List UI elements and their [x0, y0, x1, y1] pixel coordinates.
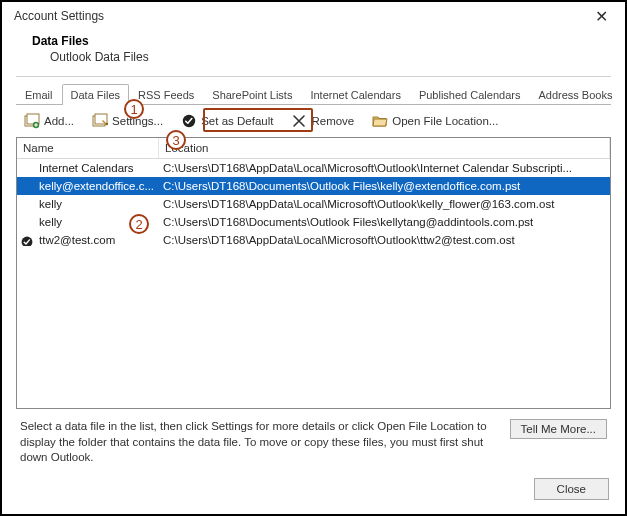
tab-email[interactable]: Email: [16, 84, 62, 105]
header: Data Files Outlook Data Files: [2, 30, 625, 76]
table-row[interactable]: Internet Calendars C:\Users\DT168\AppDat…: [17, 159, 610, 177]
tab-rss-feeds[interactable]: RSS Feeds: [129, 84, 203, 105]
cell-location: C:\Users\DT168\AppData\Local\Microsoft\O…: [159, 198, 610, 210]
default-check-icon: [20, 235, 34, 246]
cell-location: C:\Users\DT168\Documents\Outlook Files\k…: [159, 180, 610, 192]
cell-location: C:\Users\DT168\AppData\Local\Microsoft\O…: [159, 162, 610, 174]
open-location-button[interactable]: Open File Location...: [368, 111, 502, 131]
toolbar: Add... Settings... Set as Default Rem: [16, 105, 611, 137]
tell-me-more-button[interactable]: Tell Me More...: [510, 419, 607, 439]
data-files-table: Name Location Internet Calendars C:\User…: [16, 137, 611, 409]
set-default-button[interactable]: Set as Default: [177, 111, 277, 131]
settings-label: Settings...: [112, 115, 163, 127]
close-icon[interactable]: ✕: [585, 7, 617, 26]
open-location-label: Open File Location...: [392, 115, 498, 127]
table-row[interactable]: kelly C:\Users\DT168\AppData\Local\Micro…: [17, 195, 610, 213]
tab-sharepoint-lists[interactable]: SharePoint Lists: [203, 84, 301, 105]
close-button[interactable]: Close: [534, 478, 609, 500]
cell-name: ttw2@test.com: [17, 234, 159, 246]
cell-name: kelly: [17, 198, 159, 210]
table-header: Name Location: [17, 138, 610, 159]
tab-address-books[interactable]: Address Books: [529, 84, 621, 105]
cell-name: kelly@extendoffice.c...: [17, 180, 159, 192]
cell-location: C:\Users\DT168\Documents\Outlook Files\k…: [159, 216, 610, 228]
col-location[interactable]: Location: [159, 138, 610, 158]
check-circle-icon: [181, 113, 197, 129]
table-row[interactable]: kelly@extendoffice.c... C:\Users\DT168\D…: [17, 177, 610, 195]
tab-published-calendars[interactable]: Published Calendars: [410, 84, 530, 105]
add-icon: [24, 113, 40, 129]
tab-data-files[interactable]: Data Files: [62, 84, 130, 105]
info-text: Select a data file in the list, then cli…: [20, 419, 500, 466]
settings-button[interactable]: Settings...: [88, 111, 167, 131]
table-row[interactable]: kelly C:\Users\DT168\Documents\Outlook F…: [17, 213, 610, 231]
titlebar: Account Settings ✕: [2, 2, 625, 30]
remove-icon: [291, 113, 307, 129]
settings-icon: [92, 113, 108, 129]
tab-bar: Email Data Files RSS Feeds SharePoint Li…: [16, 81, 611, 105]
folder-open-icon: [372, 113, 388, 129]
page-subtitle: Outlook Data Files: [50, 50, 605, 64]
window-title: Account Settings: [14, 9, 104, 23]
cell-location: C:\Users\DT168\AppData\Local\Microsoft\O…: [159, 234, 610, 246]
footer: Close: [2, 466, 625, 514]
cell-name: Internet Calendars: [17, 162, 159, 174]
account-settings-window: Account Settings ✕ Data Files Outlook Da…: [0, 0, 627, 516]
set-default-label: Set as Default: [201, 115, 273, 127]
col-name[interactable]: Name: [17, 138, 159, 158]
tab-internet-calendars[interactable]: Internet Calendars: [301, 84, 410, 105]
cell-name-text: ttw2@test.com: [39, 234, 115, 246]
table-row[interactable]: ttw2@test.com C:\Users\DT168\AppData\Loc…: [17, 231, 610, 249]
add-label: Add...: [44, 115, 74, 127]
info-row: Select a data file in the list, then cli…: [16, 409, 611, 466]
add-button[interactable]: Add...: [20, 111, 78, 131]
svg-point-7: [22, 237, 33, 246]
table-body: Internet Calendars C:\Users\DT168\AppDat…: [17, 159, 610, 408]
remove-button[interactable]: Remove: [287, 111, 358, 131]
divider: [16, 76, 611, 77]
cell-name: kelly: [17, 216, 159, 228]
remove-label: Remove: [311, 115, 354, 127]
page-title: Data Files: [32, 34, 605, 48]
